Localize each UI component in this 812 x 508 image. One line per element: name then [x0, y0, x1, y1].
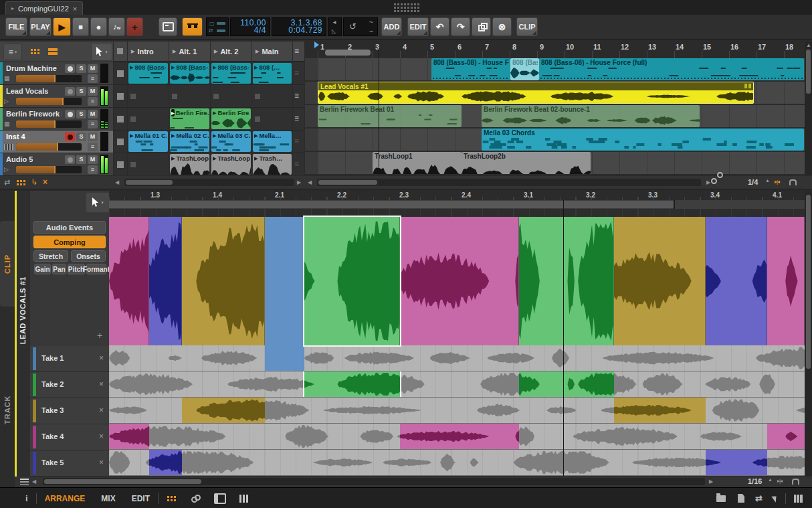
take-comp-region[interactable] — [614, 398, 706, 423]
undo-button[interactable]: ↶ — [430, 17, 449, 36]
take-lane-2[interactable] — [109, 371, 805, 398]
track-menu-button[interactable]: ≡ — [88, 143, 98, 151]
tab-track[interactable]: TRACK — [0, 369, 15, 450]
delete-button[interactable]: ⊗ — [492, 17, 512, 36]
take-remove-button[interactable]: × — [99, 406, 104, 415]
track-menu-button[interactable]: ≡ — [88, 97, 98, 106]
launcher-clip[interactable]: ▶808 (Bass-… — [211, 62, 251, 84]
magnet-icon[interactable] — [789, 179, 797, 185]
take-lane-3[interactable] — [109, 398, 805, 424]
edit-view-button[interactable]: EDIT — [132, 494, 150, 503]
take-remove-button[interactable]: × — [99, 432, 104, 441]
dual-display-button[interactable] — [182, 17, 203, 36]
editor-playhead[interactable] — [563, 200, 564, 476]
play-button[interactable]: ▶ — [53, 17, 71, 36]
link-toggle-icon[interactable] — [191, 495, 201, 503]
arranger-tool-button[interactable]: ▾ — [91, 43, 112, 61]
gain-button[interactable]: Gain — [34, 264, 51, 274]
timeline-hscrollbar[interactable] — [317, 179, 701, 186]
scene-header[interactable]: ▶Alt. 1 — [169, 41, 210, 61]
scene-menu-cell[interactable]: ≡ — [293, 62, 304, 84]
take-name[interactable]: Take 3 — [41, 406, 64, 414]
stop-cell[interactable] — [114, 108, 127, 130]
record-arm-button[interactable] — [65, 155, 75, 164]
loop-panel[interactable]: ↺ ~ ~ — [343, 17, 378, 36]
comp-section[interactable] — [182, 217, 265, 345]
clip-berlin-1[interactable]: Berlin Firework Beat 01 — [318, 105, 462, 127]
track-row-inst-4[interactable]: Inst 4 S M ≡ — [0, 131, 113, 153]
launcher-clip-playing[interactable]: ▶Berlin Fire… — [169, 108, 210, 130]
add-lane-button[interactable]: + — [97, 330, 102, 341]
position-display[interactable]: 3.1.3.68 0:04.729 — [272, 17, 326, 36]
mute-button[interactable]: M — [88, 64, 98, 73]
track-menu-button[interactable]: ≡ — [88, 74, 98, 83]
arranger-row-berlin[interactable]: Berlin Firework Beat 01 Berlin Firework … — [305, 105, 805, 129]
editor-snap-value[interactable]: 1/16 — [748, 477, 762, 485]
volume-fader[interactable] — [16, 75, 82, 82]
solo-button[interactable]: S — [76, 64, 86, 73]
editor-vscroll-thumb[interactable] — [806, 195, 811, 369]
timeline-scroll-right-icon[interactable]: ▶ — [706, 179, 710, 187]
inspector-toggle-icon[interactable] — [738, 494, 744, 503]
record-arm-button[interactable] — [65, 87, 75, 96]
clip-trashloop1[interactable]: TrashLoop1 — [373, 152, 462, 174]
launcher-scroll-right-icon[interactable]: ▶ — [297, 179, 301, 187]
magnet-icon[interactable] — [792, 479, 799, 485]
scene-menu-cell[interactable]: ≡ — [293, 108, 304, 130]
take-comp-region[interactable] — [400, 424, 519, 449]
take-comp-region[interactable] — [109, 424, 149, 449]
project-tab[interactable]: ▸ CompingGUI22 × — [5, 1, 83, 15]
panel-toggle-icon[interactable] — [214, 493, 226, 504]
project-tab-close-icon[interactable]: × — [73, 5, 77, 13]
launcher-empty-cell[interactable] — [252, 85, 292, 107]
volume-fader[interactable] — [16, 120, 82, 128]
volume-fader[interactable] — [16, 143, 82, 151]
snap-mode-icon[interactable]: ▸|◂ — [777, 478, 782, 484]
comping-button[interactable]: Comping — [33, 236, 106, 248]
zoom-range-handle[interactable] — [325, 50, 371, 56]
editor-hscrollbar[interactable] — [43, 478, 705, 485]
track-name[interactable]: Berlin Firework Kit — [6, 110, 62, 118]
clip-menu-button[interactable]: CLIP — [516, 17, 538, 36]
launcher-clip[interactable]: ▶808 (… — [252, 62, 292, 84]
take-row-1[interactable]: Take 1 × — [30, 346, 109, 372]
display-profile-button[interactable] — [159, 17, 177, 36]
take-lane-4[interactable] — [109, 424, 805, 450]
mix-view-button[interactable]: MIX — [101, 494, 115, 503]
scene-header[interactable]: ▶Main — [252, 41, 292, 61]
comp-section[interactable] — [519, 217, 614, 345]
timeline-hscroll-thumb[interactable] — [318, 180, 377, 185]
launcher-clip[interactable]: ▶TrashLoop2b — [211, 153, 251, 175]
arranger-vscrollbar[interactable]: ▲ — [805, 41, 812, 175]
snap-caret-icon[interactable]: ▲ — [768, 477, 773, 482]
io-swap-icon[interactable]: ⇄ — [755, 493, 763, 503]
record-arm-button[interactable] — [65, 110, 75, 118]
follow-arrow-icon[interactable]: ↳ — [31, 177, 37, 187]
overdub-button[interactable]: ♪w — [108, 17, 125, 36]
comp-section[interactable] — [614, 217, 706, 345]
timeline-ruler[interactable]: 1 2 3 4 5 6 7 8 9 10 11 12 13 14 15 16 1… — [305, 41, 805, 59]
comp-section[interactable] — [400, 217, 519, 345]
record-arm-button[interactable] — [65, 133, 75, 141]
arranger-snap-value[interactable]: 1/4 — [748, 178, 758, 186]
scroll-up-icon[interactable]: ▲ — [806, 41, 811, 50]
editor-ruler[interactable]: 1.3 1.4 2.1 2.2 2.3 2.4 3.1 3.2 3.3 3.4 … — [109, 191, 805, 201]
clip-mella-chords[interactable]: Mella 03 Chords — [482, 129, 804, 151]
comp-section[interactable] — [767, 217, 805, 345]
scene-menu-cell[interactable]: ≡ — [293, 131, 304, 153]
take-comp-region[interactable] — [149, 450, 182, 475]
track-row-lead-vocals[interactable]: Lead Vocals S M ▷ ≡ — [0, 85, 113, 108]
layers-icon[interactable] — [20, 479, 29, 485]
launcher-empty-cell[interactable] — [128, 85, 169, 107]
editor-wave-area[interactable]: 1.3 1.4 2.1 2.2 2.3 2.4 3.1 3.2 3.3 3.4 … — [109, 191, 805, 477]
take-comp-region[interactable] — [706, 450, 767, 475]
solo-button[interactable]: S — [76, 155, 86, 164]
launcher-clip[interactable]: ▶Mella 01 C… — [128, 131, 169, 153]
launcher-clip[interactable]: ▶Mella 03 C… — [211, 131, 251, 153]
arranger-vscroll-thumb[interactable] — [806, 50, 811, 94]
take-row-4[interactable]: Take 4 × — [30, 424, 109, 450]
arranger-row-lead-vocals[interactable]: Lead Vocals #1 — [305, 82, 805, 105]
grid-view-icon[interactable] — [30, 48, 39, 54]
formant-button[interactable]: Formant — [86, 264, 106, 274]
pan-button[interactable]: Pan — [52, 264, 66, 274]
